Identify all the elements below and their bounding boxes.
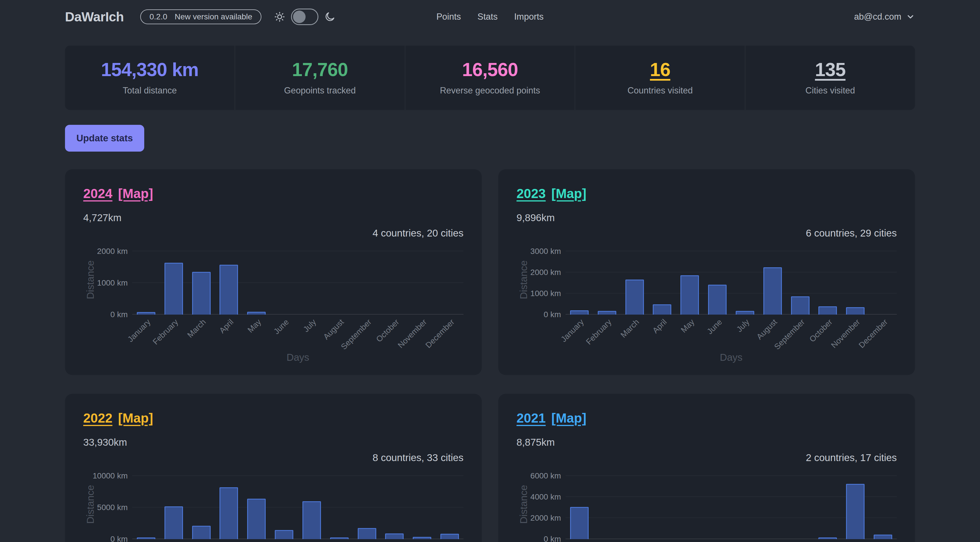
map-link-2023[interactable]: [Map]: [551, 186, 586, 201]
gridline: [566, 293, 897, 294]
y-tick-label: 5000 km: [97, 503, 128, 512]
stat-cell: 154,330 kmTotal distance: [65, 46, 235, 110]
year-link-2022[interactable]: 2022: [83, 410, 112, 426]
version-number: 0.2.0: [150, 12, 167, 21]
x-tick-label: August: [755, 318, 779, 342]
update-stats-button[interactable]: Update stats: [65, 125, 144, 152]
x-tick-label: July: [302, 318, 318, 334]
bar-march: [625, 280, 644, 315]
x-tick-label: July: [735, 318, 751, 334]
x-tick-label: December: [857, 318, 889, 350]
x-tick-label: November: [829, 318, 862, 350]
bar-september: [791, 296, 810, 315]
year-distance: 8,875km: [517, 437, 897, 448]
nav-link-stats[interactable]: Stats: [477, 12, 498, 22]
nav-link-imports[interactable]: Imports: [514, 12, 544, 22]
x-tick-label: March: [186, 318, 208, 340]
year-distance: 9,896km: [517, 212, 897, 223]
y-tick-label: 2000 km: [97, 247, 128, 256]
gridline: [132, 475, 463, 476]
stat-value[interactable]: 135: [815, 59, 845, 80]
chevron-down-icon: [906, 12, 915, 21]
stat-label: Cities visited: [748, 86, 912, 96]
gridline: [566, 251, 897, 251]
gridline: [566, 475, 897, 476]
y-axis-title: Distance: [83, 245, 97, 315]
version-badge[interactable]: 0.2.0 New version available: [140, 10, 261, 24]
theme-toggle[interactable]: [291, 8, 318, 25]
year-cards-grid: 2024[Map]4,727km4 countries, 20 citiesDi…: [65, 169, 915, 542]
distance-bar-chart-2021: Distance0 km2000 km4000 km6000 kmJanuary…: [517, 470, 897, 542]
chart-plot-area: [132, 245, 463, 315]
stat-value[interactable]: 16: [650, 59, 670, 80]
moon-icon: [324, 11, 336, 22]
x-axis-ticks: JanuaryFebruaryMarchAprilMayJuneJulyAugu…: [132, 539, 463, 542]
bar-april: [220, 487, 238, 539]
y-tick-label: 2000 km: [530, 268, 561, 277]
x-tick-label: May: [246, 318, 263, 335]
bar-august: [764, 267, 782, 315]
year-distance: 33,930km: [83, 437, 463, 448]
year-distance: 4,727km: [83, 212, 463, 223]
x-tick-label: October: [374, 318, 401, 344]
chart-plot-area: [566, 245, 897, 315]
user-email: ab@cd.com: [854, 12, 901, 22]
year-link-2023[interactable]: 2023: [517, 186, 546, 201]
gridline: [132, 251, 463, 251]
year-card-title: 2024[Map]: [83, 186, 463, 201]
x-tick-label: August: [322, 318, 346, 342]
stat-cell: 16,560Reverse geocoded points: [405, 46, 575, 110]
y-axis-ticks: 0 km1000 km2000 km: [97, 245, 132, 315]
nav-link-points[interactable]: Points: [436, 12, 461, 22]
bar-may: [247, 499, 266, 539]
year-card-title: 2023[Map]: [517, 186, 897, 201]
bar-march: [192, 526, 211, 539]
stat-cell: 16Countries visited: [575, 46, 745, 110]
distance-bar-chart-2023: Distance0 km1000 km2000 km3000 kmJanuary…: [517, 245, 897, 363]
x-tick-label: February: [584, 318, 613, 346]
x-tick-label: April: [218, 318, 235, 335]
theme-toggle-knob: [293, 11, 305, 23]
x-tick-label: March: [619, 318, 641, 340]
distance-bar-chart-2024: Distance0 km1000 km2000 kmJanuaryFebruar…: [83, 245, 463, 363]
x-axis-title: Days: [132, 352, 463, 363]
year-summary: 4 countries, 20 cities: [83, 227, 463, 239]
x-tick-label: December: [423, 318, 456, 350]
y-tick-label: 6000 km: [530, 471, 561, 480]
stat-cell: 135Cities visited: [745, 46, 915, 110]
map-link-2021[interactable]: [Map]: [551, 410, 586, 426]
x-tick-label: June: [272, 318, 291, 336]
app-logo[interactable]: DaWarIch: [65, 9, 124, 24]
gridline: [566, 272, 897, 272]
bar-december: [441, 534, 459, 539]
map-link-2024[interactable]: [Map]: [118, 186, 153, 201]
x-axis-ticks: JanuaryFebruaryMarchAprilMayJuneJulyAugu…: [566, 315, 897, 350]
bar-november: [413, 537, 431, 539]
bar-march: [192, 272, 211, 315]
main-nav: PointsStatsImports: [436, 12, 544, 22]
x-tick-label: February: [151, 318, 180, 346]
y-tick-label: 10000 km: [93, 471, 128, 480]
user-menu[interactable]: ab@cd.com: [854, 12, 915, 22]
x-tick-label: April: [651, 318, 668, 335]
year-link-2024[interactable]: 2024: [83, 186, 112, 201]
bar-january: [570, 310, 589, 315]
year-link-2021[interactable]: 2021: [517, 410, 546, 426]
x-tick-label: June: [705, 318, 724, 336]
stat-label: Countries visited: [578, 86, 742, 96]
y-tick-label: 3000 km: [530, 247, 561, 256]
version-message: New version available: [175, 12, 252, 21]
bar-april: [653, 304, 671, 315]
distance-bar-chart-2022: Distance0 km5000 km10000 kmJanuaryFebrua…: [83, 470, 463, 542]
y-tick-label: 1000 km: [97, 278, 128, 288]
bar-november: [846, 484, 865, 539]
x-axis-title: Days: [566, 352, 897, 363]
x-tick-label: May: [679, 318, 696, 335]
bar-april: [220, 265, 238, 315]
y-tick-label: 0 km: [544, 310, 561, 319]
y-tick-label: 4000 km: [530, 493, 561, 502]
year-card-2022: 2022[Map]33,930km8 countries, 33 citiesD…: [65, 394, 482, 542]
bar-may: [681, 275, 699, 315]
bar-june: [708, 285, 727, 315]
map-link-2022[interactable]: [Map]: [118, 410, 153, 426]
